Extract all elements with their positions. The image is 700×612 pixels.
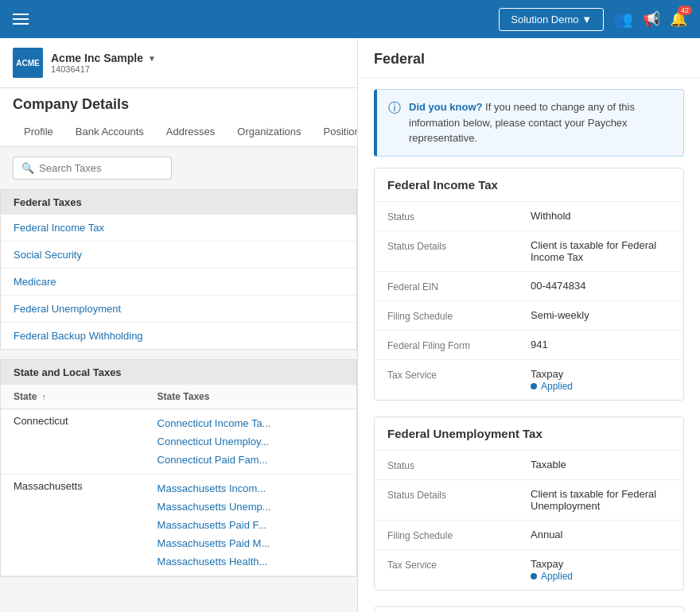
tax-item-federal-unemployment[interactable]: Federal Unemployment — [1, 296, 356, 323]
state-column-header[interactable]: State ↑ — [1, 385, 145, 409]
detail-label: Tax Service — [387, 368, 531, 381]
detail-row-status-details: Status Details Client is taxable for Fed… — [375, 480, 683, 521]
state-taxes-column-header: State Taxes — [145, 385, 356, 409]
company-logo: ACME — [13, 48, 43, 78]
detail-row-filing-schedule: Filing Schedule Semi-weekly — [375, 301, 683, 331]
detail-label: Status Details — [387, 488, 531, 501]
notification-icon[interactable]: 🔔 42 — [670, 10, 687, 28]
company-id: 14036417 — [51, 64, 156, 74]
company-name[interactable]: Acme Inc Sample ▼ — [51, 52, 156, 64]
tabs: Profile Bank Accounts Addresses Organiza… — [13, 119, 344, 146]
tab-organizations[interactable]: Organizations — [226, 119, 312, 146]
notification-badge: 42 — [678, 6, 692, 15]
page-title: Company Details — [13, 96, 344, 113]
federal-taxes-section: Federal Taxes Federal Income Tax Social … — [0, 189, 357, 350]
detail-label: Status — [387, 459, 531, 471]
table-row: Massachusetts Massachusetts Incom... Mas… — [1, 474, 356, 576]
detail-row-status: Status Withhold — [375, 202, 683, 231]
solution-demo-button[interactable]: Solution Demo ▼ — [499, 8, 604, 31]
ma-health-link[interactable]: Massachusetts Health... — [158, 553, 344, 570]
federal-income-tax-card-title: Federal Income Tax — [375, 168, 683, 202]
state-local-taxes-section: State and Local Taxes State ↑ State Taxe… — [0, 359, 357, 577]
detail-row-status: Status Taxable — [375, 451, 683, 480]
federal-backup-withholding-card: Federal Backup Withholding Status Taxabl… — [374, 606, 684, 613]
megaphone-icon[interactable]: 📢 — [643, 10, 660, 28]
detail-row-filing-form: Federal Filing Form 941 — [375, 331, 683, 360]
federal-backup-withholding-card-title: Federal Backup Withholding — [375, 607, 683, 613]
detail-value-filing-form: 941 — [531, 339, 671, 351]
federal-unemployment-tax-card: Federal Unemployment Tax Status Taxable … — [374, 416, 684, 591]
tax-item-federal-backup[interactable]: Federal Backup Withholding — [1, 323, 356, 349]
nav-left — [13, 14, 29, 25]
detail-row-status-details: Status Details Client is taxable for Fed… — [375, 231, 683, 272]
top-nav: Solution Demo ▼ 👥 📢 🔔 42 — [0, 0, 700, 38]
detail-value-status-details: Client is taxable for Federal Income Tax — [531, 239, 671, 263]
hamburger-menu-button[interactable] — [13, 14, 29, 25]
tax-item-federal-income[interactable]: Federal Income Tax — [1, 215, 356, 242]
detail-label: Status Details — [387, 239, 531, 252]
people-icon[interactable]: 👥 — [613, 10, 633, 29]
ma-paid-m-link[interactable]: Massachusetts Paid M... — [158, 535, 344, 552]
search-icon: 🔍 — [21, 162, 34, 174]
tax-item-medicare[interactable]: Medicare — [1, 269, 356, 296]
detail-label: Status — [387, 210, 531, 223]
ct-income-tax-link[interactable]: Connecticut Income Ta... — [158, 415, 344, 432]
table-row: Connecticut Connecticut Income Ta... Con… — [1, 409, 356, 474]
connecticut-taxes: Connecticut Income Ta... Connecticut Une… — [145, 409, 356, 474]
page-title-bar: Company Details Profile Bank Accounts Ad… — [0, 88, 357, 147]
state-connecticut: Connecticut — [1, 409, 145, 474]
did-you-know-label: Did you know? — [409, 101, 482, 113]
right-panel-title: Federal — [374, 51, 684, 68]
applied-badge: Applied — [531, 381, 573, 392]
company-header: ACME Acme Inc Sample ▼ 14036417 — [0, 38, 357, 88]
detail-row-tax-service: Tax Service Taxpay Applied — [375, 360, 683, 400]
search-wrapper: 🔍 — [13, 157, 172, 180]
detail-row-filing-schedule: Filing Schedule Annual — [375, 521, 683, 550]
detail-value-ein: 00-4474834 — [531, 280, 671, 292]
search-bar: 🔍 — [0, 147, 357, 189]
tab-bank-accounts[interactable]: Bank Accounts — [64, 119, 155, 146]
tab-addresses[interactable]: Addresses — [155, 119, 226, 146]
detail-label: Federal EIN — [387, 280, 531, 292]
detail-value-status-details: Client is taxable for Federal Unemployme… — [531, 488, 671, 512]
detail-label: Federal Filing Form — [387, 339, 531, 351]
ma-income-link[interactable]: Massachusetts Incom... — [158, 480, 344, 497]
detail-value-filing-schedule: Semi-weekly — [531, 309, 671, 321]
detail-label: Tax Service — [387, 558, 531, 571]
right-panel-header: Federal — [358, 38, 700, 78]
state-massachusetts: Massachusetts — [1, 474, 145, 576]
applied-dot — [531, 383, 537, 389]
nav-right: Solution Demo ▼ 👥 📢 🔔 42 — [499, 8, 687, 31]
sort-icon: ↑ — [42, 393, 46, 401]
ma-unemploy-link[interactable]: Massachusetts Unemp... — [158, 498, 344, 515]
company-info: Acme Inc Sample ▼ 14036417 — [51, 52, 156, 74]
left-panel: ACME Acme Inc Sample ▼ 14036417 Company … — [0, 38, 358, 612]
ma-paid-f-link[interactable]: Massachusetts Paid F... — [158, 517, 344, 533]
ct-unemploy-link[interactable]: Connecticut Unemploy... — [158, 433, 344, 450]
detail-label: Filing Schedule — [387, 309, 531, 322]
content-area: ACME Acme Inc Sample ▼ 14036417 Company … — [0, 38, 700, 612]
applied-badge: Applied — [531, 571, 573, 582]
massachusetts-taxes: Massachusetts Incom... Massachusetts Une… — [145, 474, 356, 576]
info-banner: ⓘ Did you know? If you need to change an… — [374, 89, 684, 157]
detail-label: Filing Schedule — [387, 529, 531, 541]
tab-positions[interactable]: Positions — [313, 119, 359, 146]
ct-paid-fam-link[interactable]: Connecticut Paid Fam... — [158, 451, 344, 468]
federal-taxes-header: Federal Taxes — [1, 190, 356, 215]
federal-unemployment-tax-card-title: Federal Unemployment Tax — [375, 417, 683, 451]
tax-item-social-security[interactable]: Social Security — [1, 242, 356, 269]
applied-dot — [531, 573, 537, 579]
search-input[interactable] — [39, 162, 163, 174]
chevron-down-icon: ▼ — [148, 54, 156, 63]
info-icon: ⓘ — [388, 100, 401, 117]
detail-value-tax-service: Taxpay Applied — [531, 558, 671, 582]
detail-value-status: Withhold — [531, 210, 671, 222]
detail-row-ein: Federal EIN 00-4474834 — [375, 272, 683, 301]
state-table: State ↑ State Taxes Connecticut Connecti… — [1, 385, 356, 576]
tab-profile[interactable]: Profile — [13, 119, 64, 146]
right-panel: Federal ⓘ Did you know? If you need to c… — [358, 38, 700, 612]
federal-income-tax-card: Federal Income Tax Status Withhold Statu… — [374, 168, 684, 401]
detail-row-tax-service: Tax Service Taxpay Applied — [375, 550, 683, 590]
detail-value-tax-service: Taxpay Applied — [531, 368, 671, 392]
detail-value-filing-schedule: Annual — [531, 529, 671, 540]
